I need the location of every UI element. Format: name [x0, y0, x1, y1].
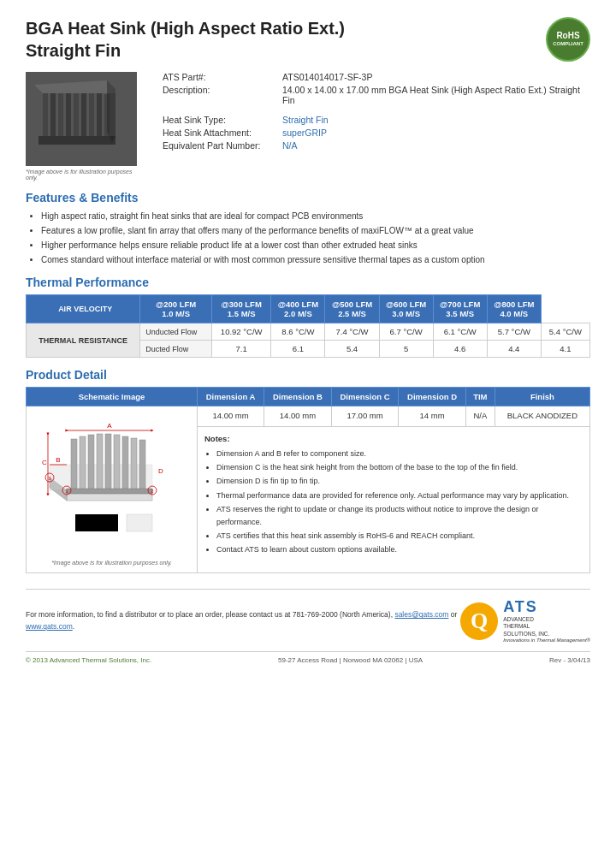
dim-d-value: 14 mm — [399, 406, 466, 427]
svg-text:B: B — [56, 456, 60, 464]
rohs-badge: RoHS COMPLIANT — [546, 17, 590, 62]
description-value: 14.00 x 14.00 x 17.00 mm BGA Heat Sink (… — [282, 85, 590, 105]
note-item: Dimension A and B refer to component siz… — [216, 448, 583, 460]
d-600: 4.6 — [433, 341, 487, 358]
note-item: Dimension C is the heat sink height from… — [216, 461, 583, 473]
attachment-row: Heat Sink Attachment: superGRIP — [163, 128, 590, 138]
svg-rect-8 — [97, 92, 102, 136]
svg-rect-22 — [122, 436, 128, 490]
svg-rect-1 — [43, 93, 48, 136]
email-link[interactable]: sales@qats.com — [394, 610, 448, 619]
ud-500: 6.7 °C/W — [379, 323, 433, 341]
ats-q-logo: Q — [460, 602, 498, 640]
ats-name-line3: SOLUTIONS, INC. — [503, 631, 590, 638]
features-title: Features & Benefits — [26, 191, 590, 205]
dim-a-value: 14.00 mm — [198, 406, 264, 427]
description-row: Description: 14.00 x 14.00 x 17.00 mm BG… — [163, 85, 590, 105]
dim-c-value: 17.00 mm — [331, 406, 399, 427]
finish-value: BLACK ANODIZED — [495, 406, 589, 427]
footer-text: For more information, to find a distribu… — [26, 609, 460, 632]
svg-marker-11 — [34, 80, 116, 93]
period: . — [73, 622, 74, 631]
svg-rect-19 — [97, 434, 103, 490]
footer-content: For more information, to find a distribu… — [26, 598, 590, 644]
air-velocity-header: AIR VELOCITY — [27, 295, 140, 323]
svg-rect-3 — [58, 90, 63, 136]
col-700: @700 LFM3.5 M/S — [433, 295, 487, 323]
d-400: 5.4 — [325, 341, 379, 358]
svg-rect-17 — [80, 436, 86, 490]
ats-logo: Q ATS ADVANCED THERMAL SOLUTIONS, INC. I… — [460, 598, 590, 644]
svg-rect-20 — [105, 434, 111, 490]
header-dim-d: Dimension D — [399, 388, 466, 406]
d-800: 4.1 — [541, 341, 589, 358]
svg-rect-16 — [71, 439, 77, 490]
header-dim-c: Dimension C — [331, 388, 399, 406]
rev-text: Rev - 3/04/13 — [549, 656, 590, 664]
note-item: Dimension D is fin tip to fin tip. — [216, 475, 583, 487]
image-caption: *Image above is for illustration purpose… — [26, 169, 145, 181]
svg-rect-40 — [127, 514, 152, 531]
attachment-value: superGRIP — [282, 128, 327, 138]
dim-b-value: 14.00 mm — [264, 406, 332, 427]
ud-600: 6.1 °C/W — [433, 323, 487, 341]
product-detail-table: Schematic Image Dimension A Dimension B … — [26, 387, 590, 573]
type-value: Straight Fin — [282, 115, 329, 125]
thermal-title: Thermal Performance — [26, 276, 590, 289]
features-list: High aspect ratio, straight fin heat sin… — [41, 210, 590, 267]
svg-rect-4 — [66, 89, 71, 136]
title-line1: BGA Heat Sink (High Aspect Ratio Ext.) — [26, 17, 345, 39]
part-label: ATS Part#: — [163, 72, 282, 82]
equiv-label: Equivalent Part Number: — [163, 140, 282, 151]
d-200: 7.1 — [212, 341, 271, 358]
note-item: ATS reserves the right to update or chan… — [216, 503, 583, 528]
product-image-box — [26, 72, 137, 166]
page: BGA Heat Sink (High Aspect Ratio Ext.) S… — [0, 0, 616, 866]
svg-marker-10 — [34, 85, 38, 136]
heatsink-illustration — [30, 76, 133, 162]
feature-item: Higher performance helps ensure reliable… — [41, 239, 590, 252]
contact-text: For more information, to find a distribu… — [26, 610, 393, 619]
header-section: BGA Heat Sink (High Aspect Ratio Ext.) S… — [26, 17, 590, 62]
type-row: Heat Sink Type: Straight Fin — [163, 115, 590, 125]
svg-text:D: D — [158, 467, 163, 475]
svg-rect-5 — [74, 89, 79, 136]
col-800: @800 LFM4.0 M/S — [487, 295, 541, 323]
feature-item: High aspect ratio, straight fin heat sin… — [41, 210, 590, 223]
product-title: BGA Heat Sink (High Aspect Ratio Ext.) S… — [26, 17, 345, 62]
part-number: ATS014014017-SF-3P — [282, 72, 372, 82]
svg-text:A: A — [107, 422, 112, 430]
row-sublabel: Unducted Flow — [140, 323, 212, 341]
thermal-resistance-label: THERMAL RESISTANCE — [27, 323, 140, 358]
website-link[interactable]: www.qats.com — [26, 622, 73, 631]
header-dim-a: Dimension A — [198, 388, 264, 406]
ud-300: 8.6 °C/W — [271, 323, 325, 341]
svg-rect-7 — [89, 91, 94, 136]
col-200: @200 LFM1.0 M/S — [140, 295, 212, 323]
svg-rect-18 — [88, 435, 94, 490]
product-detail-title: Product Detail — [26, 368, 590, 382]
feature-item: Comes standard without interface materia… — [41, 253, 590, 267]
part-number-row: ATS Part#: ATS014014017-SF-3P — [163, 72, 590, 82]
attachment-label: Heat Sink Attachment: — [163, 128, 282, 138]
note-item: ATS certifies that this heat sink assemb… — [216, 530, 583, 542]
schematic-image-container: A B C D 1 — [33, 413, 190, 556]
ud-800: 5.4 °C/W — [541, 323, 589, 341]
ats-name-line1: ADVANCED — [503, 616, 590, 623]
or-text: or — [451, 610, 458, 619]
ats-name-big: ATS — [503, 598, 590, 616]
type-label: Heat Sink Type: — [163, 115, 282, 125]
svg-rect-2 — [50, 92, 56, 136]
ats-logo-text: ATS ADVANCED THERMAL SOLUTIONS, INC. Inn… — [503, 598, 590, 644]
svg-rect-24 — [139, 440, 145, 490]
ats-q-letter: Q — [471, 608, 488, 634]
header-tim: TIM — [465, 388, 495, 406]
ducted-label: Ducted Flow — [140, 341, 212, 358]
equiv-value: N/A — [282, 140, 298, 151]
title-line2: Straight Fin — [26, 39, 345, 62]
ud-700: 5.7 °C/W — [487, 323, 541, 341]
rohs-compliant: COMPLIANT — [553, 41, 583, 47]
svg-rect-25 — [67, 489, 152, 494]
tim-value: N/A — [465, 406, 495, 427]
ats-tagline: Innovations in Thermal Management® — [503, 638, 590, 644]
